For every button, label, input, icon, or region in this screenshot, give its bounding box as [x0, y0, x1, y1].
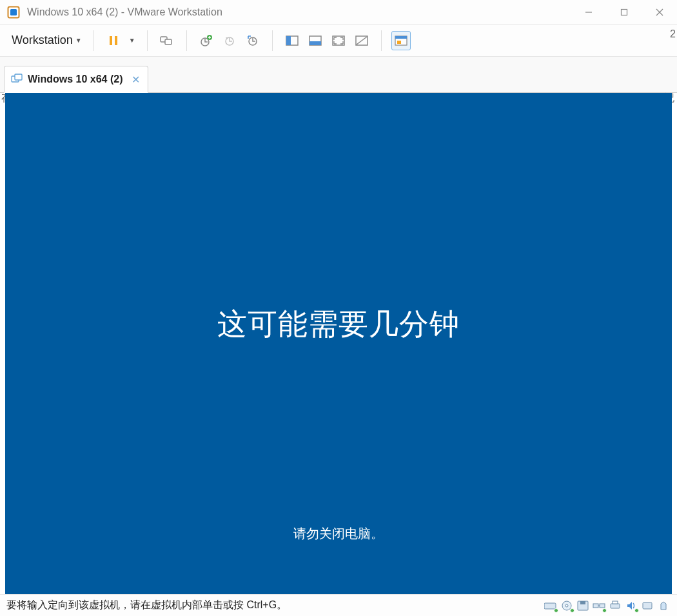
vm-tab[interactable]: Windows 10 x64 (2) ✕ — [4, 66, 148, 93]
device-status-icons — [544, 599, 671, 612]
cd-drive-status-icon[interactable] — [560, 599, 574, 612]
hard-disk-status-icon[interactable] — [544, 599, 558, 612]
svg-point-28 — [565, 604, 568, 607]
svg-rect-1 — [10, 9, 17, 15]
chevron-down-icon: ▼ — [129, 37, 135, 44]
svg-rect-35 — [613, 601, 618, 604]
workstation-menu[interactable]: Workstation ▼ — [8, 31, 86, 50]
pause-vm-button[interactable] — [104, 31, 123, 50]
edge-fragment-right-top: 2 — [670, 28, 676, 40]
minimize-button[interactable] — [571, 1, 606, 24]
window-title: Windows 10 x64 (2) - VMware Workstation — [27, 6, 222, 18]
svg-rect-3 — [621, 9, 627, 15]
svg-rect-23 — [397, 41, 401, 44]
toolbar-separator — [93, 30, 94, 51]
svg-rect-7 — [115, 36, 117, 45]
status-hint-text: 要将输入定向到该虚拟机，请在虚拟机内部单击或按 Ctrl+G。 — [6, 599, 287, 612]
vm-tab-label: Windows 10 x64 (2) — [28, 74, 123, 85]
sound-status-icon[interactable] — [624, 599, 638, 612]
toolbar-separator — [147, 30, 148, 51]
tab-close-button[interactable]: ✕ — [132, 74, 140, 86]
guest-display-area[interactable]: 这可能需要几分钟 请勿关闭电脑。 — [5, 93, 672, 594]
toolbar-separator — [272, 30, 273, 51]
svg-rect-25 — [15, 74, 22, 80]
view-console-button[interactable] — [391, 31, 411, 50]
svg-rect-32 — [600, 604, 605, 608]
titlebar: Windows 10 x64 (2) - VMware Workstation … — [0, 0, 677, 25]
svg-rect-34 — [611, 604, 620, 608]
svg-rect-30 — [580, 601, 585, 604]
windows-setup-main-message: 这可能需要几分钟 — [217, 304, 460, 344]
send-ctrl-alt-del-button[interactable] — [157, 31, 177, 50]
view-unity-button[interactable] — [352, 31, 371, 50]
close-button[interactable] — [642, 1, 677, 24]
snapshot-manager-button[interactable] — [243, 31, 262, 50]
snapshot-revert-button[interactable] — [220, 31, 239, 50]
view-fullscreen-button[interactable] — [329, 31, 348, 50]
message-log-icon[interactable] — [656, 599, 671, 612]
maximize-button[interactable] — [606, 1, 642, 24]
svg-rect-6 — [110, 36, 112, 45]
view-thumbnail-button[interactable] — [306, 31, 325, 50]
network-status-icon[interactable] — [592, 599, 606, 612]
status-bar: 要将输入定向到该虚拟机，请在虚拟机内部单击或按 Ctrl+G。 — [0, 594, 677, 616]
toolbar-separator — [186, 30, 187, 51]
windows-setup-sub-message: 请勿关闭电脑。 — [293, 525, 384, 542]
vmware-app-icon — [6, 5, 21, 19]
vm-tab-bar: 存 Windows 10 x64 (2) ✕ 記 — [0, 57, 677, 93]
workstation-menu-label: Workstation — [12, 34, 73, 47]
svg-line-20 — [357, 37, 367, 45]
chevron-down-icon: ▼ — [75, 37, 82, 44]
printer-status-icon[interactable] — [608, 599, 622, 612]
toolbar: Workstation ▼ ▼ — [0, 25, 677, 57]
window-controls — [571, 1, 677, 24]
svg-rect-31 — [593, 604, 598, 608]
svg-rect-9 — [165, 39, 172, 45]
vm-icon — [11, 74, 23, 85]
view-library-button[interactable] — [282, 31, 302, 50]
svg-rect-36 — [643, 602, 652, 609]
svg-rect-15 — [286, 36, 291, 45]
toolbar-separator — [381, 30, 382, 51]
usb-status-icon[interactable] — [640, 599, 654, 612]
svg-rect-22 — [395, 36, 407, 39]
floppy-status-icon[interactable] — [576, 599, 590, 612]
svg-rect-17 — [309, 41, 321, 45]
svg-rect-26 — [544, 603, 556, 609]
snapshot-take-button[interactable] — [197, 31, 216, 50]
power-dropdown[interactable]: ▼ — [127, 31, 137, 50]
